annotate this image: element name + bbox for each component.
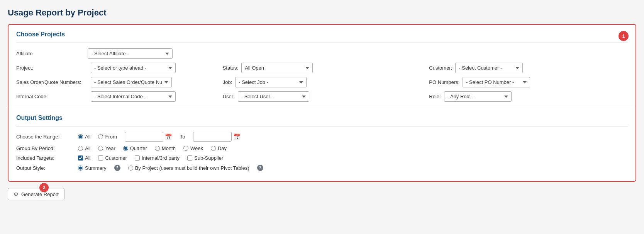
calendar-from-icon[interactable]: 📅 [165, 133, 172, 140]
po-numbers-select[interactable]: - Select PO Number - [463, 77, 530, 87]
style-row: Output Style: Summary ? By Project (user… [16, 165, 628, 171]
date-to-input[interactable] [193, 132, 232, 142]
targets-group: All Customer Internal/3rd party Sub-Supp… [78, 155, 223, 161]
sales-order-select[interactable]: - Select Sales Order/Quote Number - [91, 77, 172, 87]
group-row: Group By Period: All Year Quarter [16, 145, 628, 151]
group-week-radio[interactable] [183, 146, 188, 151]
group-month-option[interactable]: Month [155, 145, 176, 151]
internal-code-label: Internal Code: [16, 94, 88, 99]
targets-label: Included Targets: [16, 155, 78, 161]
internal-code-select[interactable]: - Select Internal Code - [91, 91, 176, 102]
po-numbers-label: PO Numbers: [429, 79, 459, 85]
group-radio-group: All Year Quarter Month [78, 145, 227, 151]
choose-projects-title: Choose Projects [16, 31, 628, 38]
style-byproject-help-icon[interactable]: ? [257, 165, 263, 171]
affiliate-row: Affiliate - Select Affiliate - [16, 48, 628, 59]
affiliate-select[interactable]: - Select Affiliate - [88, 48, 173, 59]
targets-subsupplier-label: Sub-Supplier [194, 155, 223, 161]
targets-all-checkbox[interactable] [78, 155, 83, 161]
style-byproject-label: By Project (users must build their own P… [135, 165, 249, 171]
user-select[interactable]: - Select User - [238, 91, 309, 102]
targets-internal-checkbox[interactable] [135, 155, 140, 161]
output-section-divider [16, 126, 628, 126]
range-all-radio[interactable] [78, 134, 83, 139]
targets-all-option[interactable]: All [78, 155, 90, 161]
targets-internal-label: Internal/3rd party [142, 155, 180, 161]
targets-row: Included Targets: All Customer Internal/… [16, 155, 628, 161]
group-quarter-label: Quarter [130, 145, 147, 151]
generate-report-button[interactable]: ⚙ Generate Report [8, 188, 64, 200]
user-label: User: [223, 94, 235, 99]
range-to-label: To [180, 134, 185, 140]
date-to-group: 📅 [193, 132, 241, 142]
group-quarter-radio[interactable] [123, 146, 128, 151]
style-radio-group: Summary ? By Project (users must build t… [78, 165, 263, 171]
main-panel: Choose Projects Affiliate - Select Affil… [8, 24, 636, 182]
gear-icon: ⚙ [14, 191, 19, 197]
group-year-label: Year [105, 145, 115, 151]
group-week-label: Week [190, 145, 203, 151]
group-label: Group By Period: [16, 145, 78, 151]
date-from-group: 📅 [125, 132, 172, 142]
date-from-input[interactable] [125, 132, 163, 142]
job-select[interactable]: - Select Job - [235, 77, 307, 87]
group-year-radio[interactable] [98, 146, 103, 151]
range-row: Choose the Range: All From 📅 To [16, 132, 628, 142]
style-summary-help-icon[interactable]: ? [114, 165, 120, 171]
range-all-label: All [85, 134, 90, 140]
style-summary-radio[interactable] [78, 166, 83, 171]
group-day-label: Day [218, 145, 227, 151]
range-from-label: From [105, 134, 117, 140]
group-all-option[interactable]: All [78, 145, 90, 151]
badge-2: 2 [39, 183, 49, 192]
choose-projects-section: Choose Projects Affiliate - Select Affil… [8, 25, 636, 108]
role-label: Role: [429, 94, 441, 99]
status-select[interactable]: All Open [241, 63, 313, 73]
calendar-to-icon[interactable]: 📅 [233, 133, 241, 140]
targets-all-label: All [85, 155, 90, 161]
group-day-option[interactable]: Day [211, 145, 227, 151]
style-byproject-option[interactable]: By Project (users must build their own P… [128, 165, 249, 171]
range-label: Choose the Range: [16, 134, 78, 140]
status-label: Status: [223, 65, 238, 71]
project-label: Project: [16, 65, 88, 71]
generate-report-label: Generate Report [21, 191, 59, 197]
group-week-option[interactable]: Week [183, 145, 203, 151]
sales-order-label: Sales Order/Quote Numbers: [16, 79, 88, 85]
style-summary-option[interactable]: Summary [78, 165, 107, 171]
targets-customer-checkbox[interactable] [98, 155, 103, 161]
targets-internal-option[interactable]: Internal/3rd party [135, 155, 180, 161]
group-month-radio[interactable] [155, 146, 160, 151]
style-summary-label: Summary [85, 165, 107, 171]
generate-report-area: ⚙ Generate Report 2 [8, 188, 64, 200]
role-select[interactable]: - Any Role - [444, 91, 512, 102]
range-radio-group: All From 📅 To 📅 [78, 132, 241, 142]
job-label: Job: [223, 79, 232, 85]
group-year-option[interactable]: Year [98, 145, 115, 151]
group-all-label: All [85, 145, 90, 151]
targets-customer-option[interactable]: Customer [98, 155, 127, 161]
output-settings-title: Output Settings [16, 114, 628, 121]
group-quarter-option[interactable]: Quarter [123, 145, 147, 151]
group-month-label: Month [162, 145, 176, 151]
style-byproject-radio[interactable] [128, 166, 133, 171]
section-divider-top [16, 43, 628, 43]
affiliate-label: Affiliate [16, 51, 88, 56]
group-day-radio[interactable] [211, 146, 216, 151]
range-all-option[interactable]: All [78, 134, 90, 140]
group-all-radio[interactable] [78, 146, 83, 151]
project-select[interactable]: - Select or type ahead - [91, 63, 176, 73]
targets-subsupplier-checkbox[interactable] [187, 155, 192, 161]
targets-subsupplier-option[interactable]: Sub-Supplier [187, 155, 223, 161]
customer-label: Customer: [429, 65, 452, 71]
customer-select[interactable]: - Select Customer - [455, 63, 523, 73]
page-title: Usage Report by Project [8, 8, 636, 18]
range-from-option[interactable]: From [98, 134, 117, 140]
output-settings-section: Output Settings Choose the Range: All Fr… [8, 108, 636, 181]
badge-1: 1 [619, 31, 629, 41]
range-from-radio[interactable] [98, 134, 103, 139]
style-label: Output Style: [16, 165, 78, 171]
targets-customer-label: Customer [105, 155, 127, 161]
